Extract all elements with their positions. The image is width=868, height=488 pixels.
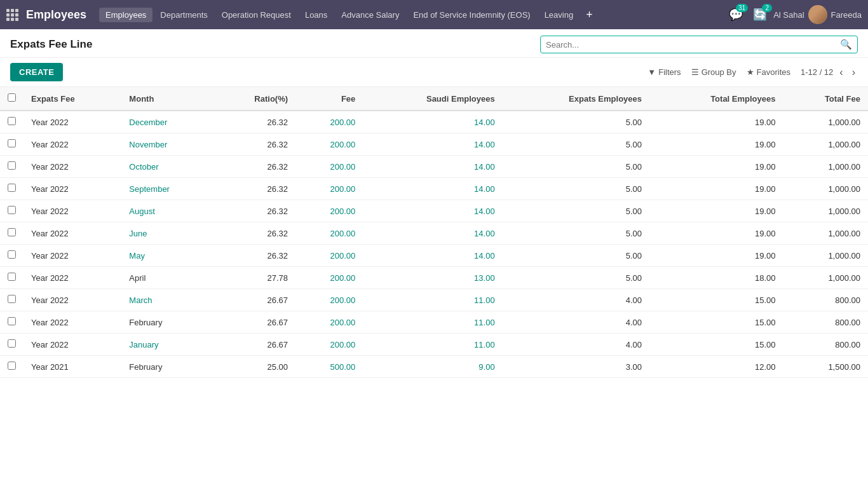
user-info[interactable]: Al Sahal Fareeda	[773, 5, 862, 24]
cell-month[interactable]: December	[121, 111, 214, 133]
row-checkbox[interactable]	[8, 184, 16, 192]
cell-expats-fee: Year 2022	[24, 178, 121, 200]
cell-month[interactable]: October	[121, 156, 214, 178]
cell-saudi-emp[interactable]: 9.00	[363, 356, 502, 378]
nav-link-leaving[interactable]: Leaving	[538, 8, 580, 22]
cell-saudi-emp[interactable]: 14.00	[363, 245, 502, 267]
filters-button[interactable]: ▼ Filters	[648, 67, 681, 77]
cell-expats-emp: 4.00	[503, 311, 649, 334]
row-checkbox[interactable]	[8, 339, 16, 348]
cell-total-emp: 19.00	[649, 111, 783, 133]
row-checkbox[interactable]	[8, 362, 16, 370]
cell-ratio: 26.32	[214, 222, 295, 245]
nav-add-button[interactable]: +	[581, 8, 598, 22]
cell-expats-fee: Year 2022	[24, 156, 121, 178]
nav-link-employees[interactable]: Employees	[99, 8, 153, 22]
refresh-button[interactable]: 🔄 2	[753, 8, 767, 22]
search-input[interactable]	[546, 40, 840, 50]
table-header-row: Expats Fee Month Ratio(%) Fee Saudi Empl…	[0, 87, 868, 111]
cell-saudi-emp[interactable]: 14.00	[363, 156, 502, 178]
next-page-button[interactable]: ›	[850, 65, 858, 79]
cell-ratio: 26.32	[214, 133, 295, 156]
row-checkbox[interactable]	[8, 206, 16, 214]
cell-month[interactable]: March	[121, 289, 214, 311]
row-checkbox[interactable]	[8, 295, 16, 303]
cell-total-fee: 800.00	[783, 311, 868, 334]
select-all-col	[0, 87, 24, 111]
nav-link-end-of-service-indemnity-(eos)[interactable]: End of Service Indemnity (EOS)	[407, 8, 536, 22]
cell-saudi-emp[interactable]: 11.00	[363, 289, 502, 311]
cell-expats-emp: 4.00	[503, 334, 649, 356]
cell-expats-emp: 5.00	[503, 111, 649, 133]
cell-saudi-emp[interactable]: 14.00	[363, 200, 502, 222]
cell-saudi-emp[interactable]: 14.00	[363, 111, 502, 133]
cell-ratio: 26.32	[214, 200, 295, 222]
cell-total-emp: 18.00	[649, 267, 783, 289]
cell-saudi-emp[interactable]: 13.00	[363, 267, 502, 289]
cell-fee[interactable]: 200.00	[295, 133, 363, 156]
cell-month[interactable]: August	[121, 200, 214, 222]
select-all-checkbox[interactable]	[8, 93, 16, 102]
create-button[interactable]: CREATE	[10, 63, 63, 81]
cell-fee[interactable]: 200.00	[295, 178, 363, 200]
row-checkbox[interactable]	[8, 273, 16, 281]
col-month: Month	[121, 87, 214, 111]
cell-fee[interactable]: 200.00	[295, 111, 363, 133]
cell-fee[interactable]: 200.00	[295, 222, 363, 245]
cell-month[interactable]: September	[121, 178, 214, 200]
cell-fee[interactable]: 500.00	[295, 356, 363, 378]
cell-saudi-emp[interactable]: 14.00	[363, 222, 502, 245]
cell-fee[interactable]: 200.00	[295, 267, 363, 289]
favorites-button[interactable]: ★ Favorites	[747, 67, 790, 77]
row-checkbox[interactable]	[8, 117, 16, 125]
row-checkbox-cell	[0, 178, 24, 200]
col-total-fee: Total Fee	[783, 87, 868, 111]
col-total-employees: Total Employees	[649, 87, 783, 111]
cell-expats-fee: Year 2022	[24, 133, 121, 156]
nav-link-departments[interactable]: Departments	[154, 8, 214, 22]
cell-month: April	[121, 267, 214, 289]
nav-link-loans[interactable]: Loans	[299, 8, 334, 22]
cell-expats-emp: 5.00	[503, 178, 649, 200]
apps-grid-icon[interactable]	[6, 9, 18, 21]
cell-fee[interactable]: 200.00	[295, 334, 363, 356]
refresh-badge: 2	[762, 4, 772, 12]
cell-expats-emp: 5.00	[503, 200, 649, 222]
nav-link-operation-request[interactable]: Operation Request	[215, 8, 297, 22]
cell-ratio: 26.32	[214, 111, 295, 133]
nav-link-advance-salary[interactable]: Advance Salary	[335, 8, 405, 22]
cell-saudi-emp[interactable]: 14.00	[363, 133, 502, 156]
cell-month[interactable]: May	[121, 245, 214, 267]
cell-fee[interactable]: 200.00	[295, 200, 363, 222]
col-saudi-employees: Saudi Employees	[363, 87, 502, 111]
row-checkbox-cell	[0, 200, 24, 222]
search-icon[interactable]: 🔍	[840, 39, 852, 50]
cell-total-emp: 19.00	[649, 200, 783, 222]
cell-month[interactable]: January	[121, 334, 214, 356]
row-checkbox[interactable]	[8, 161, 16, 170]
row-checkbox[interactable]	[8, 139, 16, 147]
cell-saudi-emp[interactable]: 11.00	[363, 311, 502, 334]
cell-expats-fee: Year 2022	[24, 334, 121, 356]
cell-fee[interactable]: 200.00	[295, 311, 363, 334]
cell-total-fee: 1,000.00	[783, 133, 868, 156]
row-checkbox[interactable]	[8, 317, 16, 325]
cell-saudi-emp[interactable]: 11.00	[363, 334, 502, 356]
cell-ratio: 26.32	[214, 156, 295, 178]
table-row: Year 2022 February 26.67 200.00 11.00 4.…	[0, 311, 868, 334]
toolbar: CREATE ▼ Filters ☰ Group By ★ Favorites …	[0, 58, 868, 87]
cell-fee[interactable]: 200.00	[295, 156, 363, 178]
cell-saudi-emp[interactable]: 14.00	[363, 178, 502, 200]
row-checkbox[interactable]	[8, 250, 16, 259]
cell-fee[interactable]: 200.00	[295, 245, 363, 267]
prev-page-button[interactable]: ‹	[837, 65, 845, 79]
row-checkbox-cell	[0, 356, 24, 378]
chat-button[interactable]: 💬 31	[729, 8, 743, 22]
groupby-button[interactable]: ☰ Group By	[691, 67, 736, 77]
cell-month[interactable]: June	[121, 222, 214, 245]
cell-month[interactable]: November	[121, 133, 214, 156]
cell-expats-fee: Year 2022	[24, 111, 121, 133]
row-checkbox[interactable]	[8, 228, 16, 236]
row-checkbox-cell	[0, 156, 24, 178]
cell-fee[interactable]: 200.00	[295, 289, 363, 311]
